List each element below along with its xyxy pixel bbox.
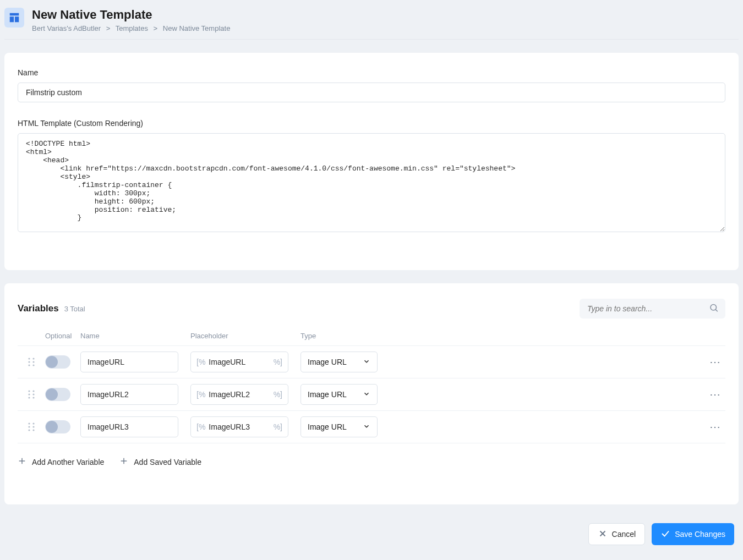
variable-type-value: Image URL <box>308 422 347 431</box>
check-icon <box>660 529 670 540</box>
search-icon <box>709 303 719 315</box>
variable-type-select[interactable]: Image URL <box>301 384 378 405</box>
variable-name-input[interactable] <box>80 416 178 437</box>
optional-toggle[interactable] <box>45 355 70 369</box>
row-actions-button[interactable]: ⋯ <box>703 355 725 369</box>
breadcrumb: Bert Varias's AdButler > Templates > New… <box>32 24 230 32</box>
bracket-open-icon: [% <box>196 358 205 366</box>
variable-type-value: Image URL <box>308 358 347 366</box>
variable-placeholder-input[interactable] <box>209 358 270 366</box>
variable-placeholder-field[interactable]: [% %] <box>190 384 288 405</box>
col-name: Name <box>80 332 190 340</box>
svg-point-7 <box>28 361 30 363</box>
breadcrumb-link-templates[interactable]: Templates <box>116 24 148 32</box>
variable-name-input[interactable] <box>80 384 178 405</box>
chevron-down-icon <box>363 422 370 432</box>
drag-handle-icon[interactable] <box>18 422 45 432</box>
svg-point-21 <box>28 429 30 431</box>
bracket-close-icon: %] <box>274 358 282 366</box>
svg-rect-0 <box>10 13 19 16</box>
drag-handle-icon[interactable] <box>18 357 45 367</box>
variables-count: 3 Total <box>64 305 85 313</box>
svg-point-15 <box>28 397 30 398</box>
breadcrumb-current: New Native Template <box>163 24 231 32</box>
svg-point-10 <box>32 364 34 366</box>
bracket-close-icon: %] <box>274 390 282 399</box>
add-saved-variable-label: Add Saved Variable <box>134 458 201 466</box>
svg-point-17 <box>28 422 30 424</box>
svg-point-14 <box>32 393 34 395</box>
svg-line-4 <box>715 310 718 312</box>
save-button[interactable]: Save Changes <box>652 523 734 545</box>
variable-type-select[interactable]: Image URL <box>301 416 378 437</box>
row-actions-button[interactable]: ⋯ <box>703 420 725 433</box>
col-optional: Optional <box>45 332 80 340</box>
svg-rect-1 <box>10 17 14 22</box>
svg-point-13 <box>28 393 30 395</box>
svg-rect-2 <box>15 17 19 22</box>
optional-toggle[interactable] <box>45 388 70 401</box>
variables-table: Optional Name Placeholder Type [% <box>18 328 725 443</box>
variables-title: Variables <box>18 303 59 314</box>
variable-placeholder-input[interactable] <box>209 422 270 431</box>
variable-placeholder-input[interactable] <box>209 390 270 399</box>
drag-handle-icon[interactable] <box>18 389 45 399</box>
cancel-label: Cancel <box>612 530 636 539</box>
svg-point-20 <box>32 426 34 427</box>
save-label: Save Changes <box>675 530 725 539</box>
svg-point-16 <box>32 397 34 398</box>
svg-point-5 <box>28 358 30 359</box>
html-template-textarea[interactable] <box>18 133 725 232</box>
svg-point-18 <box>32 422 34 424</box>
bracket-open-icon: [% <box>196 422 205 431</box>
close-icon <box>598 529 608 540</box>
row-actions-button[interactable]: ⋯ <box>703 388 725 401</box>
variable-type-select[interactable]: Image URL <box>301 352 378 372</box>
variable-name-input[interactable] <box>80 352 178 372</box>
template-icon <box>4 8 24 28</box>
variable-row: [% %] Image URL ⋯ <box>18 378 725 410</box>
html-template-label: HTML Template (Custom Rendering) <box>18 119 725 128</box>
plus-icon <box>119 457 128 467</box>
search-input[interactable] <box>580 299 725 319</box>
variable-type-value: Image URL <box>308 390 347 399</box>
variable-row: [% %] Image URL ⋯ <box>18 410 725 443</box>
variable-row: [% %] Image URL ⋯ <box>18 345 725 378</box>
name-label: Name <box>18 68 725 77</box>
breadcrumb-sep-icon: > <box>150 24 161 32</box>
name-input[interactable] <box>18 83 725 102</box>
svg-point-3 <box>711 305 717 311</box>
optional-toggle[interactable] <box>45 420 70 433</box>
plus-icon <box>18 457 26 467</box>
cancel-button[interactable]: Cancel <box>588 523 646 545</box>
svg-point-11 <box>28 390 30 392</box>
breadcrumb-sep-icon: > <box>103 24 114 32</box>
svg-point-8 <box>32 361 34 363</box>
card-template: Name HTML Template (Custom Rendering) <box>4 53 739 270</box>
bracket-open-icon: [% <box>196 390 205 399</box>
svg-point-12 <box>32 390 34 392</box>
col-placeholder: Placeholder <box>190 332 301 340</box>
card-variables: Variables 3 Total Optional Name Placehol… <box>4 283 739 504</box>
svg-point-19 <box>28 426 30 427</box>
svg-point-6 <box>32 358 34 359</box>
bracket-close-icon: %] <box>274 422 282 431</box>
add-variable-button[interactable]: Add Another Variable <box>18 457 104 467</box>
breadcrumb-link-root[interactable]: Bert Varias's AdButler <box>32 24 101 32</box>
chevron-down-icon <box>363 358 370 367</box>
variable-placeholder-field[interactable]: [% %] <box>190 352 288 372</box>
footer-actions: Cancel Save Changes <box>4 518 739 554</box>
chevron-down-icon <box>363 390 370 399</box>
svg-point-9 <box>28 364 30 366</box>
variable-placeholder-field[interactable]: [% %] <box>190 416 288 437</box>
col-type: Type <box>301 332 411 340</box>
page-title: New Native Template <box>32 8 230 22</box>
svg-point-22 <box>32 429 34 431</box>
add-saved-variable-button[interactable]: Add Saved Variable <box>119 457 201 467</box>
add-variable-label: Add Another Variable <box>32 458 104 466</box>
page-header: New Native Template Bert Varias's AdButl… <box>4 4 739 40</box>
